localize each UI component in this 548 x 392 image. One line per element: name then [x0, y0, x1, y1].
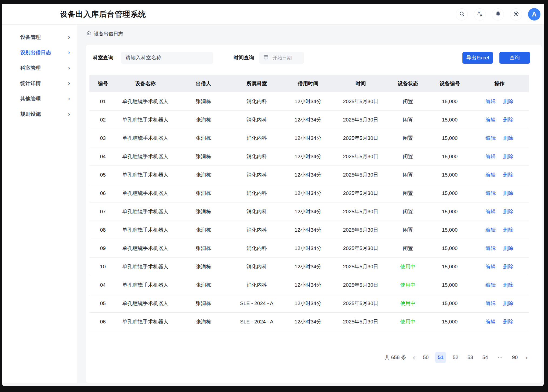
sidebar-item[interactable]: 设备管理 › [2, 29, 77, 45]
cell-department: 消化内科 [232, 208, 281, 215]
brightness-icon [513, 11, 519, 18]
next-page-icon[interactable]: › [524, 352, 529, 363]
edit-link[interactable]: 编辑 [486, 263, 496, 270]
export-excel-button[interactable]: 导出Excel [462, 52, 493, 64]
cell-date: 2025年5月30日 [335, 98, 386, 105]
cell-device-name: 单孔腔镜手术机器人 [116, 245, 174, 252]
cell-actions: 编辑 删除 [470, 190, 529, 197]
cell-device-number: 15,000 [429, 190, 470, 196]
table-header-cell: 设备名称 [116, 80, 174, 87]
page-button[interactable]: 53 [465, 352, 476, 363]
cell-actions: 编辑 删除 [470, 135, 529, 142]
edit-link[interactable]: 编辑 [486, 318, 496, 325]
search-icon [459, 11, 465, 18]
table-header-cell: 所属科室 [232, 80, 281, 87]
cell-borrow-duration: 12小时34分 [281, 153, 335, 160]
delete-link[interactable]: 删除 [503, 282, 513, 289]
cell-device-number: 15,000 [429, 264, 470, 270]
table-row: 04 单孔腔镜手术机器人 张润栋 消化内科 12小时34分 2025年5月30日… [89, 276, 529, 294]
cell-borrower: 张润栋 [174, 263, 232, 270]
cell-date: 2025年5月30日 [335, 282, 386, 289]
edit-link[interactable]: 编辑 [486, 98, 496, 105]
cell-borrow-duration: 12小时34分 [281, 263, 335, 270]
cell-id: 01 [89, 99, 116, 104]
cell-id: 10 [89, 264, 116, 270]
sidebar-item[interactable]: 其他管理 › [2, 91, 77, 106]
svg-text:A: A [480, 13, 482, 17]
cell-device-number: 15,000 [429, 172, 470, 178]
delete-link[interactable]: 删除 [503, 171, 513, 178]
page-button[interactable]: 54 [480, 352, 491, 363]
edit-link[interactable]: 编辑 [486, 153, 496, 160]
search-button[interactable] [456, 8, 468, 21]
sidebar-item[interactable]: 规则设施 › [2, 106, 77, 122]
cell-device-number: 15,000 [429, 99, 470, 104]
sidebar-item[interactable]: 科室管理 › [2, 60, 77, 76]
table-header-cell: 操作 [470, 80, 529, 87]
notification-button[interactable] [492, 8, 504, 21]
table-row: 01 单孔腔镜手术机器人 张润栋 消化内科 12小时34分 2025年5月30日… [89, 92, 529, 111]
sidebar-item[interactable]: 设别出借日志 › [2, 45, 77, 60]
cell-actions: 编辑 删除 [470, 245, 529, 252]
prev-page-icon[interactable]: ‹ [412, 352, 417, 363]
cell-department: 消化内科 [232, 116, 281, 123]
delete-link[interactable]: 删除 [503, 135, 513, 142]
cell-date: 2025年5月30日 [335, 153, 386, 160]
edit-link[interactable]: 编辑 [486, 282, 496, 289]
edit-link[interactable]: 编辑 [486, 116, 496, 123]
user-avatar[interactable]: A [528, 8, 540, 21]
delete-link[interactable]: 删除 [503, 300, 513, 307]
chevron-right-icon: › [68, 80, 70, 87]
delete-link[interactable]: 删除 [503, 227, 513, 234]
page-button[interactable]: 50 [420, 352, 431, 363]
delete-link[interactable]: 删除 [503, 153, 513, 160]
cell-department: 消化内科 [232, 171, 281, 178]
chevron-right-icon: › [68, 111, 70, 117]
cell-borrow-duration: 12小时34分 [281, 135, 335, 142]
delete-link[interactable]: 删除 [503, 190, 513, 197]
query-button[interactable]: 查询 [499, 52, 530, 64]
cell-borrow-duration: 12小时34分 [281, 227, 335, 234]
cell-id: 06 [89, 319, 116, 325]
edit-link[interactable]: 编辑 [486, 245, 496, 252]
delete-link[interactable]: 删除 [503, 245, 513, 252]
cell-department: SLE - 2024 - A [232, 300, 281, 306]
cell-department: 消化内科 [232, 263, 281, 270]
delete-link[interactable]: 删除 [503, 98, 513, 105]
page-button[interactable]: ··· [495, 352, 505, 363]
page-button[interactable]: 52 [450, 352, 461, 363]
translate-button[interactable]: 文A [474, 8, 486, 21]
start-date-picker[interactable]: 开始日期 [259, 52, 304, 64]
cell-id: 09 [89, 245, 116, 251]
edit-link[interactable]: 编辑 [486, 208, 496, 215]
cell-date: 2025年5月30日 [335, 245, 386, 252]
edit-link[interactable]: 编辑 [486, 135, 496, 142]
cell-device-number: 15,000 [429, 300, 470, 306]
edit-link[interactable]: 编辑 [486, 171, 496, 178]
page-button[interactable]: 51 [435, 352, 446, 363]
cell-id: 04 [89, 154, 116, 160]
sidebar-item-label: 设别出借日志 [20, 49, 51, 56]
table-header-cell: 出借人 [174, 80, 232, 87]
cell-actions: 编辑 删除 [470, 98, 529, 105]
delete-link[interactable]: 删除 [503, 263, 513, 270]
edit-link[interactable]: 编辑 [486, 227, 496, 234]
cell-device-name: 单孔腔镜手术机器人 [116, 208, 174, 215]
cell-date: 2025年5月30日 [335, 190, 386, 197]
table-row: 04 单孔腔镜手术机器人 张润栋 消化内科 12小时34分 2025年5月30日… [89, 147, 529, 166]
dept-search-input[interactable] [121, 52, 213, 64]
edit-link[interactable]: 编辑 [486, 300, 496, 307]
delete-link[interactable]: 删除 [503, 318, 513, 325]
cell-borrower: 张润栋 [174, 98, 232, 105]
sidebar-item[interactable]: 统计详情 › [2, 76, 77, 91]
theme-button[interactable] [510, 8, 522, 21]
table-header-cell: 设备编号 [429, 80, 470, 87]
page-button[interactable]: 90 [509, 352, 520, 363]
header-actions: 文A A [456, 8, 540, 21]
edit-link[interactable]: 编辑 [486, 190, 496, 197]
delete-link[interactable]: 删除 [503, 116, 513, 123]
delete-link[interactable]: 删除 [503, 208, 513, 215]
table-row: 03 单孔腔镜手术机器人 张润栋 消化内科 12小时34分 2025年5月30日… [89, 129, 529, 147]
cell-id: 08 [89, 227, 116, 233]
cell-device-status: 闲置 [386, 245, 429, 252]
